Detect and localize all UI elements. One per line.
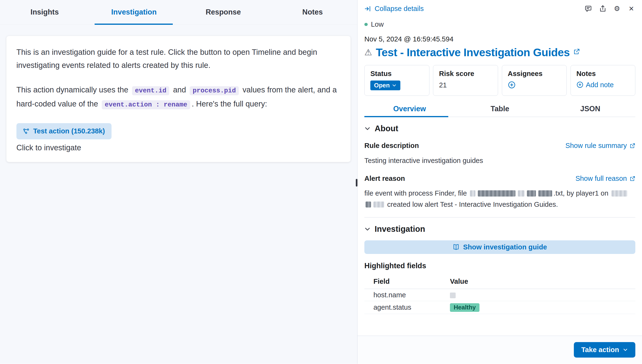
tab-json[interactable]: JSON xyxy=(545,102,635,117)
show-rule-summary-label: Show rule summary xyxy=(565,142,627,150)
field-name: host.name xyxy=(364,289,450,301)
arrow-to-end-icon xyxy=(364,6,371,12)
risk-score-card: Risk score 21 xyxy=(433,65,498,96)
add-assignee-button[interactable] xyxy=(508,81,516,89)
alert-details-page: Insights Investigation Response Notes Th… xyxy=(0,0,642,364)
rule-description-row: Rule description Show rule summary xyxy=(364,142,635,150)
chevron-down-icon xyxy=(623,347,628,352)
redacted-block xyxy=(611,190,627,196)
redacted-block xyxy=(373,202,384,208)
notes-label: Notes xyxy=(576,70,629,78)
circle-plus-icon xyxy=(576,81,583,88)
investigation-panel: Insights Investigation Response Notes Th… xyxy=(0,0,357,364)
alert-details-flyout: Collapse details ⚙ ✕ Low Nov 5, 2024 xyxy=(357,0,642,364)
redacted-block xyxy=(518,190,524,196)
about-section-toggle[interactable]: About xyxy=(364,124,635,133)
summary-cards: Status Open Risk score 21 Assignees xyxy=(364,65,635,96)
alert-reason-text: file event with process Finder, file .tx… xyxy=(364,188,635,210)
take-action-label: Take action xyxy=(581,346,619,354)
redacted-block xyxy=(478,190,515,196)
about-section-title: About xyxy=(375,124,398,133)
tab-insights[interactable]: Insights xyxy=(0,0,89,24)
show-investigation-guide-button[interactable]: Show investigation guide xyxy=(364,240,635,254)
rule-description-text: Testing interactive investigation guides xyxy=(364,155,635,166)
guide-paragraph-2: This action dynamically uses the event.i… xyxy=(17,84,341,112)
code-event-id: event.id xyxy=(132,86,169,95)
field-value xyxy=(450,289,635,301)
flyout-header-actions: ⚙ ✕ xyxy=(584,5,635,13)
section-divider xyxy=(364,217,635,218)
flyout-footer: Take action xyxy=(357,336,642,364)
risk-score-label: Risk score xyxy=(439,70,492,78)
test-action-label: Test action (150.238k) xyxy=(33,127,105,135)
flyout-tab-bar: Overview Table JSON xyxy=(364,102,635,117)
test-action-button[interactable]: Test action (150.238k) xyxy=(17,123,112,140)
external-link-icon[interactable] xyxy=(573,48,580,56)
field-value: Healthy xyxy=(450,301,635,314)
panel-resize-handle[interactable] xyxy=(356,179,357,187)
comment-icon[interactable] xyxy=(584,5,592,13)
add-note-button[interactable]: Add note xyxy=(576,81,614,89)
tab-table[interactable]: Table xyxy=(455,102,545,117)
chevron-down-icon xyxy=(364,126,371,132)
collapse-details-button[interactable]: Collapse details xyxy=(364,5,424,13)
warning-icon: ⚠ xyxy=(364,48,372,57)
healthy-status-badge: Healthy xyxy=(450,303,479,312)
alert-timestamp: Nov 5, 2024 @ 16:59:45.594 xyxy=(364,35,635,43)
table-header-row: Field Value xyxy=(364,274,635,289)
book-icon xyxy=(453,244,459,250)
redacted-block xyxy=(527,190,536,196)
rule-description-label: Rule description xyxy=(364,142,419,150)
flyout-header: Collapse details ⚙ ✕ xyxy=(364,0,635,13)
share-icon[interactable] xyxy=(599,5,607,13)
reason-text-part: file event with process Finder, file xyxy=(364,190,469,197)
show-full-reason-label: Show full reason xyxy=(575,174,627,182)
notes-card: Notes Add note xyxy=(570,65,635,96)
tab-notes[interactable]: Notes xyxy=(268,0,357,24)
table-row: agent.status Healthy xyxy=(364,301,635,314)
status-label: Status xyxy=(370,70,423,78)
alert-reason-label: Alert reason xyxy=(364,174,405,182)
redacted-block xyxy=(450,292,456,298)
field-name: agent.status xyxy=(364,301,450,314)
status-card: Status Open xyxy=(364,65,429,96)
popout-icon xyxy=(629,143,635,149)
close-icon[interactable]: ✕ xyxy=(627,5,635,13)
assignees-label: Assignees xyxy=(508,70,561,78)
chevron-down-icon xyxy=(364,226,371,232)
take-action-button[interactable]: Take action xyxy=(574,342,635,358)
severity-dot-icon xyxy=(364,23,368,26)
redacted-block xyxy=(538,190,552,196)
table-row: host.name xyxy=(364,289,635,301)
tab-investigation[interactable]: Investigation xyxy=(89,0,179,24)
collapse-details-label: Collapse details xyxy=(375,5,424,13)
guide-text: This action dynamically uses the xyxy=(17,85,131,94)
tab-response[interactable]: Response xyxy=(179,0,268,24)
highlighted-fields-table: Field Value host.name agent.status Healt… xyxy=(364,274,635,314)
alert-title[interactable]: Test - Interactive Investigation Guides xyxy=(376,46,570,59)
show-rule-summary-link[interactable]: Show rule summary xyxy=(565,142,635,150)
tab-overview[interactable]: Overview xyxy=(364,102,455,117)
highlighted-fields-title: Highlighted fields xyxy=(364,262,635,270)
guide-paragraph-1: This is an investigation guide for a tes… xyxy=(17,46,341,72)
reason-text-part: created low alert Test - Interactive Inv… xyxy=(387,200,558,208)
investigation-section-toggle[interactable]: Investigation xyxy=(364,224,635,234)
reason-text-part: .txt, by player1 on xyxy=(553,190,610,197)
code-event-action: event.action : rename xyxy=(102,100,190,109)
show-full-reason-link[interactable]: Show full reason xyxy=(575,174,635,182)
field-column-header: Field xyxy=(364,274,450,289)
add-note-label: Add note xyxy=(586,81,614,89)
redacted-block xyxy=(366,202,371,208)
show-investigation-guide-label: Show investigation guide xyxy=(463,243,547,251)
code-process-pid: process.pid xyxy=(190,86,239,95)
investigation-guide-card: This is an investigation guide for a tes… xyxy=(7,36,351,162)
status-open-badge[interactable]: Open xyxy=(370,80,400,90)
severity-label: Low xyxy=(371,20,384,28)
value-column-header: Value xyxy=(450,274,635,289)
gear-icon[interactable]: ⚙ xyxy=(613,5,621,13)
popout-icon xyxy=(629,176,635,182)
left-tab-bar: Insights Investigation Response Notes xyxy=(0,0,357,24)
status-value: Open xyxy=(374,82,390,89)
alert-reason-row: Alert reason Show full reason xyxy=(364,174,635,182)
chevron-down-icon xyxy=(392,83,397,88)
